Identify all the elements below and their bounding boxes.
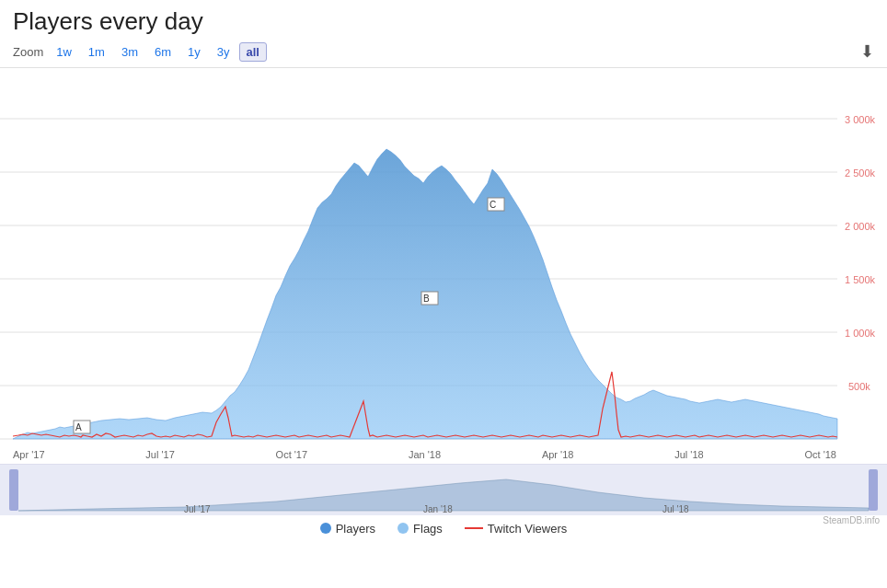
legend-flags-label: Flags [413,522,443,536]
legend: Players Flags Twitch Viewers SteamDB.inf… [0,514,887,542]
svg-text:C: C [490,200,496,210]
y-label-1000k: 1 000k [845,328,876,339]
y-label-2000k: 2 000k [845,221,876,232]
zoom-6m[interactable]: 6m [147,42,179,62]
annotation-a: A [74,421,90,433]
zoom-all[interactable]: all [239,42,267,62]
y-label-500k: 500k [848,381,870,392]
twitch-line [465,527,483,529]
x-axis: Apr '17 Jul '17 Oct '17 Jan '18 Apr '18 … [0,447,887,464]
players-dot [320,523,331,534]
navigator-svg: Jul '17 Jan '18 Jul '18 [0,465,887,515]
zoom-1m[interactable]: 1m [81,42,112,62]
page-title: Players every day [0,0,887,40]
svg-rect-16 [869,469,878,511]
zoom-3y[interactable]: 3y [210,42,237,62]
svg-text:Jul '17: Jul '17 [184,504,211,514]
annotation-c: C [488,198,504,211]
zoom-bar: Zoom 1w 1m 3m 6m 1y 3y all ⬇ [0,40,887,67]
navigator: Jul '17 Jan '18 Jul '18 [0,464,887,514]
svg-text:B: B [423,294,430,304]
legend-flags: Flags [397,522,443,536]
zoom-1w[interactable]: 1w [49,42,79,62]
steamdb-credit: SteamDB.info [823,515,880,525]
flags-dot [397,523,409,534]
annotation-b: B [421,292,438,305]
chart-svg: A B C 3 000k 2 500k 2 000k 1 500k 1 000k… [0,68,887,464]
legend-twitch-label: Twitch Viewers [488,522,567,536]
y-label-1500k: 1 500k [845,274,876,285]
chart-container: A B C 3 000k 2 500k 2 000k 1 500k 1 000k… [0,67,887,527]
x-label-apr18: Apr '18 [542,449,574,464]
x-label-oct17: Oct '17 [276,449,308,464]
zoom-label: Zoom [13,45,43,59]
svg-rect-15 [9,469,18,511]
y-label-2500k: 2 500k [845,167,876,179]
svg-text:Jan '18: Jan '18 [423,504,453,514]
zoom-3m[interactable]: 3m [114,42,145,62]
x-label-oct18: Oct '18 [804,449,836,464]
y-label-3000k: 3 000k [845,114,876,125]
x-label-apr17: Apr '17 [13,449,45,464]
zoom-1y[interactable]: 1y [180,42,208,62]
legend-players: Players [320,522,375,536]
x-label-jul18: Jul '18 [674,449,703,464]
legend-twitch: Twitch Viewers [465,522,567,536]
svg-text:Jul '18: Jul '18 [662,504,689,514]
x-label-jan18: Jan '18 [409,449,441,464]
download-button[interactable]: ⬇ [860,41,874,62]
svg-text:A: A [75,422,82,432]
main-chart: A B C 3 000k 2 500k 2 000k 1 500k 1 000k… [0,68,887,464]
legend-players-label: Players [336,522,375,536]
x-label-jul17: Jul '17 [145,449,174,464]
